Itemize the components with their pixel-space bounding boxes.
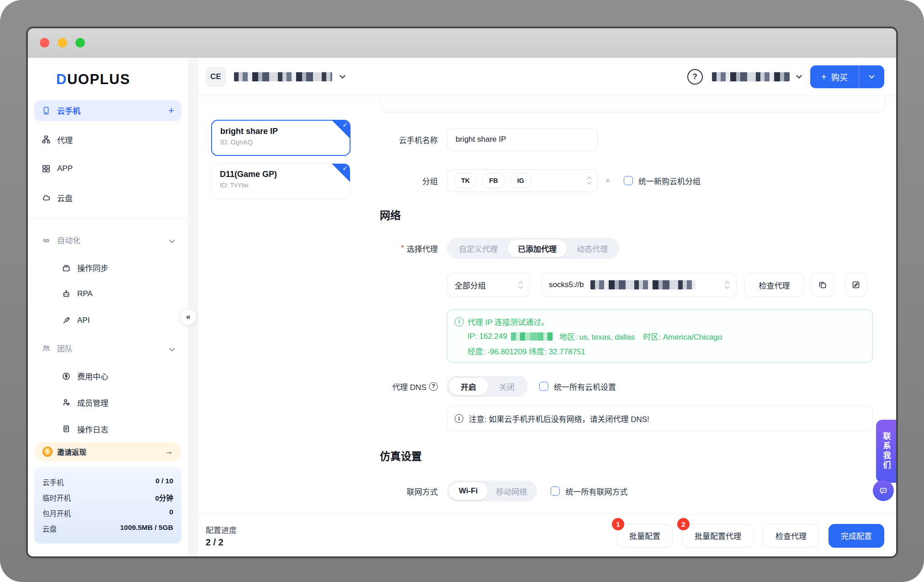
batch-config-button[interactable]: 1 批量配置	[617, 524, 673, 548]
phone-name-input[interactable]: bright share IP	[447, 128, 598, 151]
chevron-down-icon	[796, 73, 802, 79]
help-icon[interactable]: ?	[687, 69, 703, 85]
topbar: CE ? + 购买	[198, 58, 896, 96]
edit-icon	[851, 280, 860, 289]
info-icon: i	[455, 414, 463, 423]
unify-dns-checkbox-label: 统一所有云机设置	[554, 381, 616, 392]
sidebar-item-label: 云手机	[57, 105, 80, 116]
app-logo: DUOPLUS	[34, 58, 181, 96]
copy-button[interactable]	[811, 273, 834, 297]
result-ip: IP: 162.249	[467, 332, 507, 341]
contact-us-tab[interactable]: 联系我们	[876, 420, 896, 483]
question-icon: ?	[429, 382, 438, 391]
check-icon: ✓	[342, 121, 348, 128]
sidebar-group-team[interactable]: 团队	[34, 338, 181, 359]
edit-proxy-button[interactable]	[845, 273, 867, 297]
dns-on-option[interactable]: 开启	[449, 378, 488, 395]
phone-name-label: 云手机名称	[378, 134, 438, 145]
sidebar-item-cloud-disk[interactable]: 云盘	[34, 187, 181, 208]
unify-network-checkbox[interactable]	[551, 486, 560, 496]
add-phone-button[interactable]: +	[168, 105, 174, 117]
clear-icon[interactable]: ×	[605, 176, 610, 186]
sidebar-item-cloud-phone[interactable]: 云手机 +	[34, 100, 181, 121]
sidebar-item-operation-log[interactable]: 操作日志	[34, 419, 181, 438]
group-tag: IG	[510, 173, 531, 188]
user-menu[interactable]	[712, 72, 801, 81]
sidebar-item-operation-sync[interactable]: 操作同步	[34, 258, 181, 278]
phone-icon	[42, 106, 51, 115]
unify-group-checkbox[interactable]	[624, 176, 633, 185]
device-name: bright share IP	[220, 127, 341, 136]
tab-added-proxy[interactable]: 已添加代理	[508, 240, 567, 257]
simulation-section-heading: 仿真设置	[380, 448, 422, 463]
device-id: ID: OgnAQ	[220, 139, 341, 146]
minimize-button[interactable]	[58, 38, 67, 48]
required-mark: *	[401, 244, 404, 253]
workspace-selector[interactable]: CE	[206, 67, 345, 87]
tab-dynamic-proxy[interactable]: 动态代理	[567, 240, 618, 257]
robot-icon	[62, 289, 71, 299]
unify-network-checkbox-label: 统一所有联网方式	[565, 486, 627, 497]
org-chart-icon	[42, 135, 51, 144]
sidebar-group-label: 自动化	[57, 234, 80, 246]
chevron-down-icon	[340, 73, 345, 79]
buy-button[interactable]: + 购买	[810, 65, 884, 88]
progress-indicator: 配置进度 2 / 2	[206, 524, 237, 548]
group-select[interactable]: TK FB IG	[447, 169, 598, 192]
plug-icon	[62, 316, 71, 325]
censored-user-name	[712, 72, 790, 81]
dns-off-option[interactable]: 关闭	[488, 378, 526, 395]
sorter-icon	[726, 282, 729, 288]
layout-gap	[188, 58, 198, 556]
sidebar-item-label: 成员管理	[77, 397, 108, 408]
unify-dns-checkbox[interactable]	[539, 382, 548, 391]
person-gear-icon	[62, 398, 71, 407]
tab-custom-proxy[interactable]: 自定义代理	[449, 240, 508, 257]
sidebar-group-automation[interactable]: ∞ 自动化	[34, 230, 181, 251]
wifi-option[interactable]: Wi-Fi	[449, 482, 488, 500]
sidebar-item-member-management[interactable]: 成员管理	[34, 393, 181, 412]
dollar-circle-icon	[62, 372, 71, 381]
sidebar-item-label: 代理	[57, 134, 73, 145]
zoom-button[interactable]	[75, 38, 85, 48]
sync-box-icon	[62, 263, 71, 272]
chat-bubble-button[interactable]	[873, 480, 894, 501]
proxy-url-select[interactable]: socks5://b	[541, 273, 737, 297]
buy-dropdown-button[interactable]	[859, 65, 884, 88]
proxy-group-select[interactable]: 全部分组	[447, 273, 530, 297]
sidebar-item-label: RPA	[77, 289, 93, 299]
sidebar-item-proxy[interactable]: 代理	[34, 129, 181, 150]
sidebar-item-label: 操作日志	[77, 423, 108, 435]
mobile-network-option[interactable]: 移动网络	[488, 482, 535, 500]
quota-stats-card: 云手机0 / 10 临时开机0分钟 包月开机0 云盘1009.5MB / 5GB	[34, 467, 181, 544]
finish-config-button[interactable]: 完成配置	[828, 524, 884, 548]
invite-rebate-banner[interactable]: $ 邀请返现 →	[34, 442, 181, 461]
chevron-down-icon	[170, 344, 174, 353]
result-region: 地区: us, texas, dallas	[559, 331, 635, 342]
dns-toggle: 开启 关闭	[447, 376, 527, 397]
sorter-icon	[519, 282, 522, 288]
close-button[interactable]	[40, 38, 49, 48]
batch-proxy-config-button[interactable]: 2 批量配置代理	[682, 524, 754, 548]
proxy-test-result: i 代理 IP 连接测试通过。 IP: 162.249 地区: us, texa…	[447, 310, 873, 363]
app-window: DUOPLUS 云手机 + 代理 APP 云盘	[26, 27, 898, 558]
sidebar-item-billing-center[interactable]: 费用中心	[34, 367, 181, 386]
sidebar-item-app[interactable]: APP	[34, 158, 181, 179]
workspace-badge: CE	[206, 67, 226, 87]
sorter-icon	[588, 177, 591, 184]
proxy-type-tabs: 自定义代理 已添加代理 动态代理	[447, 238, 620, 259]
sidebar-collapse-button[interactable]: «	[180, 309, 196, 325]
buy-label: 购买	[831, 71, 848, 83]
contact-us-label: 联系我们	[881, 432, 892, 470]
check-proxy-footer-button[interactable]: 检查代理	[763, 524, 819, 548]
sidebar-item-rpa[interactable]: RPA	[34, 285, 181, 304]
document-icon	[62, 424, 71, 433]
sidebar-item-api[interactable]: API	[34, 311, 181, 330]
notice-text: 注意: 如果云手机开机后没有网络，请关闭代理 DNS!	[469, 413, 649, 424]
device-card[interactable]: bright share IP ID: OgnAQ ✓	[211, 120, 350, 156]
result-status: 代理 IP 连接测试通过。	[467, 316, 549, 327]
device-card[interactable]: D11(Game GP) ID: TvYtw ✓	[211, 163, 350, 199]
sidebar-item-label: APP	[57, 164, 73, 173]
check-proxy-button[interactable]: 检查代理	[744, 273, 804, 297]
device-name: D11(Game GP)	[220, 170, 342, 179]
